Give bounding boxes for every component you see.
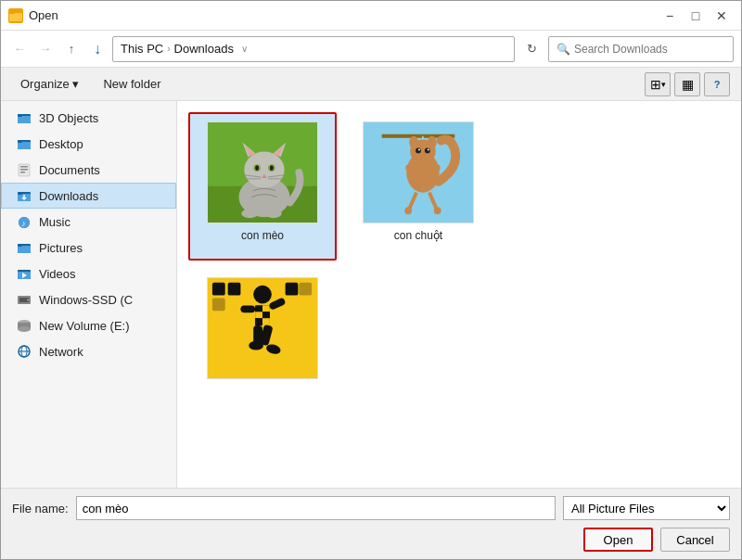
sidebar-label-desktop: Desktop <box>39 137 83 151</box>
drive-windows-icon <box>17 292 32 307</box>
search-box[interactable]: 🔍 <box>548 36 734 62</box>
svg-rect-15 <box>18 192 22 195</box>
address-bar: ← → ↑ ↓ This PC › Downloads ∨ ↻ 🔍 <box>1 31 741 68</box>
folder-downloads-icon <box>17 188 32 203</box>
sidebar-item-music[interactable]: ♪ Music <box>1 209 176 235</box>
sidebar-label-documents: Documents <box>39 163 100 177</box>
open-dialog: Open − □ ✕ ← → ↑ ↓ This PC › Downloads ∨… <box>0 0 742 560</box>
network-icon <box>17 344 32 359</box>
maximize-button[interactable]: □ <box>684 6 708 26</box>
svg-point-62 <box>418 148 420 150</box>
file-name-con-chuot: con chuột <box>394 229 442 242</box>
svg-point-71 <box>434 207 441 214</box>
sidebar-label-new-volume: New Volume (E:) <box>39 319 130 333</box>
refresh-button[interactable]: ↻ <box>518 36 544 62</box>
svg-rect-7 <box>18 142 31 149</box>
sidebar-item-videos[interactable]: Videos <box>1 261 176 286</box>
folder-desktop-icon <box>17 136 32 151</box>
view-grid-icon: ⊞ <box>650 77 661 92</box>
bottom-bar: File name: All Picture Files Open Cancel <box>1 488 741 559</box>
file-item-con-chuot[interactable]: con chuột <box>344 112 493 261</box>
sidebar-label-3d-objects: 3D Objects <box>39 111 98 125</box>
minimize-button[interactable]: − <box>658 6 682 26</box>
svg-rect-77 <box>255 312 262 318</box>
layout-icon: ▦ <box>682 77 694 92</box>
svg-point-59 <box>428 136 437 149</box>
svg-rect-5 <box>18 114 22 117</box>
sidebar-item-new-volume[interactable]: New Volume (E:) <box>1 312 176 338</box>
svg-rect-79 <box>255 318 262 325</box>
svg-rect-8 <box>18 140 22 143</box>
view-controls: ⊞ ▾ ▦ ? <box>645 72 730 96</box>
filename-label: File name: <box>12 502 69 515</box>
drive-volume-icon <box>17 318 32 333</box>
svg-point-85 <box>249 341 263 350</box>
toolbar: Organize ▾ New folder ⊞ ▾ ▦ ? <box>1 68 741 101</box>
svg-rect-11 <box>20 169 28 171</box>
svg-rect-1 <box>9 13 22 21</box>
svg-point-45 <box>270 165 274 171</box>
sidebar-label-network: Network <box>39 345 83 359</box>
open-button[interactable]: Open <box>583 528 653 552</box>
back-button[interactable]: ← <box>8 38 31 60</box>
sidebar-item-desktop[interactable]: Desktop <box>1 131 176 157</box>
svg-point-44 <box>255 165 259 171</box>
svg-rect-2 <box>9 11 15 14</box>
help-button[interactable]: ? <box>704 72 730 96</box>
folder-music-icon: ♪ <box>17 214 32 229</box>
svg-rect-21 <box>18 244 22 247</box>
svg-point-70 <box>404 207 412 214</box>
up-button[interactable]: ↑ <box>60 38 83 60</box>
layout-button[interactable]: ▦ <box>674 72 700 96</box>
svg-point-37 <box>244 151 284 187</box>
file-item-con-meo[interactable]: con mèo <box>188 112 337 261</box>
sidebar-label-music: Music <box>39 215 70 229</box>
svg-point-67 <box>433 164 441 172</box>
down-arrow-button[interactable]: ↓ <box>86 38 109 60</box>
new-folder-button[interactable]: New folder <box>95 72 169 96</box>
filetype-select[interactable]: All Picture Files <box>563 496 730 520</box>
close-button[interactable]: ✕ <box>710 6 734 26</box>
search-input[interactable] <box>574 43 725 56</box>
folder-documents-icon <box>17 162 32 177</box>
sidebar-item-documents[interactable]: Documents <box>1 157 176 183</box>
taxi-thumbnail <box>207 277 318 379</box>
sidebar-item-windows-ssd[interactable]: Windows-SSD (C <box>1 286 176 312</box>
svg-rect-4 <box>18 116 31 123</box>
filename-row: File name: All Picture Files <box>12 496 730 520</box>
svg-point-27 <box>27 299 29 301</box>
forward-button[interactable]: → <box>34 38 57 60</box>
svg-text:♪: ♪ <box>21 219 26 228</box>
svg-rect-76 <box>262 305 270 312</box>
svg-point-61 <box>425 147 430 153</box>
sidebar-item-3d-objects[interactable]: 3D Objects <box>1 105 176 131</box>
file-area: con mèo <box>177 101 741 488</box>
view-type-button[interactable]: ⊞ ▾ <box>645 72 671 96</box>
bottom-buttons: Open Cancel <box>12 528 730 552</box>
sidebar-item-network[interactable]: Network <box>1 338 176 364</box>
folder-pictures-icon <box>17 240 32 255</box>
sidebar-label-pictures: Pictures <box>39 241 83 255</box>
main-content: 3D Objects Desktop <box>1 101 741 488</box>
cancel-button[interactable]: Cancel <box>660 528 730 552</box>
sidebar-label-downloads: Downloads <box>39 189 98 203</box>
cat-thumbnail <box>207 121 318 223</box>
organize-button[interactable]: Organize ▾ <box>12 72 87 96</box>
svg-point-73 <box>253 286 272 304</box>
window-controls: − □ ✕ <box>658 6 734 26</box>
svg-point-51 <box>241 209 258 218</box>
svg-rect-87 <box>212 283 225 296</box>
svg-rect-81 <box>240 305 255 312</box>
filename-input[interactable] <box>76 496 556 520</box>
address-path[interactable]: This PC › Downloads ∨ <box>112 36 515 62</box>
sidebar-item-downloads[interactable]: Downloads <box>1 183 176 209</box>
svg-rect-90 <box>286 283 299 296</box>
sidebar-item-pictures[interactable]: Pictures <box>1 235 176 261</box>
svg-rect-10 <box>20 166 28 168</box>
svg-rect-75 <box>255 305 262 312</box>
path-separator-1: › <box>167 44 170 54</box>
svg-point-60 <box>416 147 421 153</box>
sidebar-label-windows-ssd: Windows-SSD (C <box>39 293 133 307</box>
file-item-taxi[interactable] <box>188 268 337 416</box>
folder-videos-icon <box>17 266 32 281</box>
